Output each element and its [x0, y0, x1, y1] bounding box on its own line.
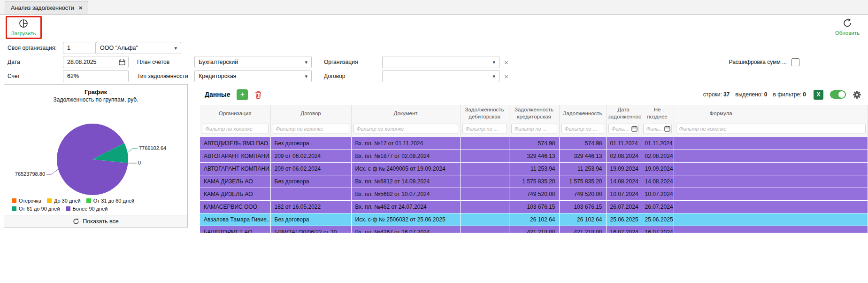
pie-label-connector [128, 149, 138, 153]
table-row[interactable]: КАМА ДИЗЕЛЬ АОВх. пл. №5682 от 10.07.202… [200, 188, 868, 200]
contract-select[interactable]: ▾ [382, 70, 499, 82]
column-header-3[interactable]: Задолженность дебиторская [460, 105, 509, 122]
table-row[interactable]: АВТОГАРАНТ КОМПАНИ...209 от 06.02.2024Вх… [200, 149, 868, 162]
column-filter-input-0[interactable] [202, 124, 269, 134]
main-area: График Задолженность по группам, руб. 77… [4, 84, 868, 233]
trash-icon [254, 90, 262, 99]
table-cell: Без договора [270, 213, 351, 226]
table-cell: АВТОДИЗЕЛЬ ЯМЗ ПАО [200, 137, 270, 149]
tab-debt-analysis[interactable]: Анализ задолженности × [5, 1, 88, 14]
filter-cell-6 [606, 122, 641, 137]
own-org-select[interactable]: ООО "Альфа" ▾ [96, 42, 181, 54]
table-cell [460, 213, 509, 226]
table-row[interactable]: КАМАСЕРВИС ООО182 от 16.05.2022Вх. пл. №… [200, 200, 868, 213]
table-cell: Авзалова Тамара Гивие... [200, 213, 270, 226]
view-toggle[interactable] [830, 90, 846, 99]
organization-select[interactable]: ▾ [382, 56, 499, 68]
legend-swatch [12, 206, 16, 211]
legend-item: Отсрочка [12, 198, 41, 204]
debt-type-select[interactable]: Кредиторская ▾ [194, 70, 312, 82]
table-cell: 209 от 06.02.2024 [270, 149, 351, 162]
date-field[interactable] [63, 56, 129, 68]
table-cell: 16.07.2024 [641, 226, 674, 233]
table-cell [674, 213, 868, 226]
table-cell: АВТОГАРАНТ КОМПАНИ... [200, 162, 270, 175]
table-cell: 574.98 [559, 137, 606, 149]
show-all-button[interactable]: Показать все [4, 215, 187, 227]
calendar-icon[interactable] [664, 126, 670, 133]
table-cell: Вх. пл. №17 от 01.11.2024 [351, 137, 460, 149]
chevron-down-icon: ▾ [305, 73, 307, 79]
table-cell: 25.06.2025 [606, 213, 641, 226]
delete-row-button[interactable] [254, 90, 262, 99]
pie-value-label: 0 [138, 160, 141, 165]
contract-label: Договор [324, 73, 382, 79]
data-panel: Данные + строки:37выделено:0в [200, 84, 868, 233]
table-cell: 749 520.00 [559, 188, 606, 200]
filter-cell-3 [460, 122, 509, 137]
table-cell [674, 188, 868, 200]
table-cell: 574.98 [509, 137, 559, 149]
table-cell: Без договора [270, 175, 351, 188]
column-filter-input-8[interactable] [676, 124, 866, 134]
table-cell: 01.11.2024 [641, 137, 674, 149]
column-header-1[interactable]: Договор [270, 105, 351, 122]
column-header-7[interactable]: Не позднее [641, 105, 674, 122]
toolbar: Загрузить Обновить [0, 15, 868, 40]
table-cell: 11 253.94 [559, 162, 606, 175]
table-body: АВТОДИЗЕЛЬ ЯМЗ ПАОБез договораВх. пл. №1… [200, 137, 868, 233]
own-org-code-input[interactable] [63, 42, 96, 54]
load-button[interactable]: Загрузить [9, 18, 38, 37]
pie-label-connector [46, 169, 58, 174]
table-stats: строки:37выделено:0в фильтре:0 [703, 91, 806, 98]
excel-export-button[interactable]: X [814, 90, 823, 100]
chart-of-accounts-select[interactable]: Бухгалтерский ▾ [194, 56, 312, 68]
annotation-red-box: Загрузить [6, 16, 42, 39]
calendar-icon[interactable] [119, 59, 125, 65]
tab-close-icon[interactable]: × [79, 4, 83, 11]
column-filter-input-5[interactable] [561, 124, 604, 134]
table-cell: 749 520.00 [509, 188, 559, 200]
column-header-4[interactable]: Задолженность кредиторская [509, 105, 559, 122]
app-window: Анализ задолженности × Загрузить [0, 0, 868, 283]
column-header-2[interactable]: Документ [351, 105, 460, 122]
table-row[interactable]: АВТОГАРАНТ КОМПАНИ...209 от 06.02.2024Ис… [200, 162, 868, 175]
clear-contract-icon[interactable]: × [504, 73, 508, 80]
table-cell: 182 от 16.05.2022 [270, 200, 351, 213]
data-panel-header: Данные + строки:37выделено:0в [200, 84, 868, 105]
add-row-button[interactable]: + [237, 89, 248, 100]
column-filter-input-4[interactable] [511, 124, 557, 134]
pie-chart: 7766102.64076523798.80 [6, 104, 186, 198]
chevron-down-icon: ▾ [305, 59, 307, 65]
column-header-5[interactable]: Задолженность [559, 105, 606, 122]
table-header-row: ОрганизацияДоговорДокументЗадолженность … [200, 105, 868, 122]
table-row[interactable]: БАШВТОРМЕТ АОБВМ/ЗАГ/30/06/22 от 30Вх. п… [200, 226, 868, 233]
debt-type-value: Кредиторская [199, 73, 236, 79]
date-input[interactable] [63, 59, 119, 65]
table-row[interactable]: АВТОДИЗЕЛЬ ЯМЗ ПАОБез договораВх. пл. №1… [200, 137, 868, 149]
stat-item: выделено:0 [735, 91, 767, 98]
decode-sums-checkbox[interactable] [791, 58, 799, 66]
table-cell: 14.08.2024 [606, 175, 641, 188]
table-cell: 421 218.00 [559, 226, 606, 233]
table-cell: БВМ/ЗАГ/30/06/22 от 30 [270, 226, 351, 233]
column-filter-input-2[interactable] [353, 124, 458, 134]
calendar-icon[interactable] [631, 126, 638, 133]
column-header-8[interactable]: Формула [674, 105, 868, 122]
date-row: Дата План счетов Бухгалтерский ▾ Организ… [8, 56, 868, 68]
table-cell: 02.08.2024 [606, 149, 641, 162]
organization-label: Организация [324, 59, 382, 65]
clear-organization-icon[interactable]: × [504, 59, 508, 66]
table-row[interactable]: Авзалова Тамара Гивие...Без договораИсх.… [200, 213, 868, 226]
settings-gear-icon[interactable] [853, 90, 861, 99]
column-filter-input-1[interactable] [273, 124, 349, 134]
account-input[interactable] [63, 70, 129, 82]
column-filter-input-3[interactable] [462, 124, 507, 134]
table-cell: 103 676.15 [559, 200, 606, 213]
column-header-0[interactable]: Организация [200, 105, 270, 122]
table-cell: Вх. пл. №6812 от 14.08.2024 [351, 175, 460, 188]
pie-value-label: 7766102.64 [139, 145, 166, 151]
column-header-6[interactable]: Дата задолженност [606, 105, 641, 122]
table-row[interactable]: КАМА ДИЗЕЛЬ АОБез договораВх. пл. №6812 … [200, 175, 868, 188]
refresh-button[interactable]: Обновить [833, 17, 861, 37]
